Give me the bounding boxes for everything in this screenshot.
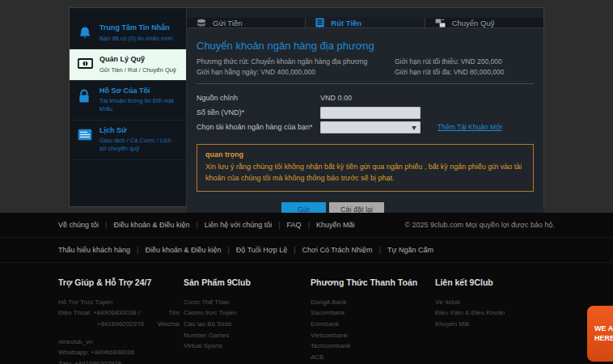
sidebar: Trung Tâm Tin Nhắn Bạn đã có (0) tin nhắ…	[70, 8, 187, 206]
footer-links-row-2: Thấu hiểu khách hàng| Điều khoản & Điều …	[0, 238, 613, 263]
copyright-text: © 2025 9club.com Mọi quyền lợi được bảo …	[404, 221, 555, 229]
tab-label: Gửi Tiền	[213, 19, 242, 28]
bank-account-select[interactable]	[320, 121, 421, 133]
source-balance: VND 0.00	[320, 94, 352, 102]
footer-link-legal-age[interactable]: Độ Tuổi Hợp Lệ	[236, 246, 287, 254]
bank-eximbank: Eximbank	[311, 319, 435, 330]
sidebar-item-sub: Gửi Tiền / Rút / Chuyển Quỹ	[99, 66, 176, 74]
tab-deposit[interactable]: Gửi Tiền	[187, 18, 306, 28]
footer-link-contact[interactable]: Liên hệ với chúng tôi	[205, 221, 272, 229]
amount-row: Số tiền (VND)*	[197, 105, 534, 120]
bank-donga: DongA Bank	[311, 297, 435, 308]
divider	[197, 83, 534, 84]
sidebar-item-label: Trung Tâm Tin Nhắn	[99, 23, 173, 33]
limits-info: Phương thức rút: Chuyển khoản ngân hàng …	[197, 57, 534, 76]
sidebar-item-history[interactable]: Lịch Sử Giao dịch / Cá Cược / Lịch sử ch…	[70, 121, 186, 160]
list-icon	[78, 126, 94, 141]
wechat-label-2: Wechat	[158, 319, 180, 330]
tab-withdraw[interactable]: Rút Tiền	[306, 18, 425, 28]
sidebar-item-my-profile[interactable]: Hồ Sơ Của Tôi Tài khoản thông tin Đổi mậ…	[70, 81, 186, 121]
sidebar-item-label: Hồ Sơ Của Tôi	[99, 87, 180, 96]
product-virtual-sports[interactable]: Virtual Sports	[184, 341, 311, 352]
support-phone-1: Điện Thoại: +84906830038 /	[58, 307, 140, 319]
content-column: Gửi Tiền Rút Tiền Chuyển Quỹ Chuyển khoả…	[187, 8, 543, 206]
withdraw-icon	[315, 18, 324, 28]
bell-icon	[78, 23, 94, 40]
amount-label: Số tiền (VND)*	[197, 108, 320, 116]
support-online: Hỗ Trợ Trực Tuyến	[58, 297, 184, 308]
tab-label: Rút Tiền	[331, 19, 361, 28]
bank-account-label: Chọn tài khoản ngân hàng của bạn*	[197, 123, 320, 131]
withdraw-method-text: Phương thức rút: Chuyển khoản ngân hàng …	[197, 57, 395, 66]
link-promo-9club[interactable]: Khuyến Mãi	[435, 319, 505, 330]
product-sports[interactable]: Cược Thể Thao	[184, 297, 311, 308]
wechat-id: nineclub_vn	[58, 336, 184, 348]
page-title: Chuyển khoản ngân hàng địa phương	[197, 40, 534, 52]
sidebar-item-fund-management[interactable]: Quản Lý Quỹ Gửi Tiền / Rút / Chuyển Quỹ	[70, 49, 186, 81]
sidebar-item-sub: Giao dịch / Cá Cược / Lịch sử chuyển quỹ	[99, 137, 180, 153]
bank-account-row: Chọn tài khoản ngân hàng của bạn* Thêm T…	[197, 120, 534, 134]
wechat-label-1: Tên	[168, 307, 180, 319]
source-row: Nguồn chính VND 0.00	[197, 91, 534, 105]
coins-icon	[197, 19, 206, 28]
links-column-title: Liên kết 9Club	[435, 276, 505, 290]
footer-link-kyc[interactable]: Thấu hiểu khách hàng	[58, 246, 130, 254]
footer-column-support: Trợ Giúp & Hỗ Trợ 24/7 Hỗ Trợ Trực Tuyến…	[58, 276, 184, 364]
footer-link-about[interactable]: Về chúng tôi	[58, 221, 99, 229]
footer-link-terms[interactable]: Điều khoản & Điều kiện	[113, 221, 189, 229]
products-column-title: Sản Phẩm 9Club	[184, 276, 311, 290]
live-chat-badge[interactable]: WE ARE HERE	[587, 306, 613, 362]
max-limit-text: Giới hạn rút tối đa: VND 80,000,000	[395, 68, 534, 76]
add-new-account-link[interactable]: Thêm Tài Khoản Mới	[438, 123, 502, 131]
bank-sacombank: Sacombank	[311, 307, 435, 319]
warning-text: Xin lưu ý rằng chúng tôi không nhận bất …	[205, 162, 525, 184]
footer-link-self-exclusion[interactable]: Tự Ngăn Cấm	[387, 246, 433, 254]
money-icon	[78, 55, 94, 70]
support-whatsapp: Whatsapp: +84966838036	[58, 347, 184, 358]
sidebar-item-sub: Tài khoản thông tin Đổi mật khẩu	[99, 97, 180, 113]
link-about-9club[interactable]: Về 9club	[435, 297, 505, 308]
sidebar-item-label: Lịch Sử	[99, 126, 180, 136]
payments-column-title: Phương Thức Thanh Toán	[311, 276, 435, 290]
lock-icon	[78, 87, 94, 104]
product-slots[interactable]: Câu lạc Bộ Slots	[184, 319, 311, 330]
footer-link-faq[interactable]: FAQ	[287, 221, 302, 229]
withdraw-content: Chuyển khoản ngân hàng địa phương Phương…	[187, 28, 543, 225]
chevron-down-icon	[412, 126, 416, 130]
bank-techcombank: Techcombank	[311, 341, 435, 352]
footer-link-promotions[interactable]: Khuyến Mãi	[316, 221, 355, 229]
link-terms-9club[interactable]: Điều Kiện & Điều Khoản	[435, 307, 505, 319]
warning-title: quan trọng	[205, 150, 525, 161]
footer-column-products: Sản Phẩm 9Club Cược Thể Thao Casino trực…	[184, 276, 311, 364]
top-section: Trung Tâm Tin Nhắn Bạn đã có (0) tin nhắ…	[0, 0, 613, 213]
bank-acb: ACB	[311, 352, 435, 363]
support-column-title: Trợ Giúp & Hỗ Trợ 24/7	[58, 276, 184, 290]
transfer-icon	[435, 19, 446, 28]
funds-panel: Trung Tâm Tin Nhắn Bạn đã có (0) tin nhắ…	[69, 7, 544, 207]
sidebar-item-label: Quản Lý Quỹ	[99, 55, 176, 65]
amount-input[interactable]	[320, 107, 421, 119]
product-casino[interactable]: Casino trực Tuyến	[184, 307, 311, 319]
footer-link-responsible-gaming[interactable]: Chơi Có Trách Nhiệm	[302, 246, 373, 254]
important-warning-box: quan trọng Xin lưu ý rằng chúng tôi khôn…	[197, 144, 534, 192]
source-label: Nguồn chính	[197, 94, 320, 102]
footer-columns: Trợ Giúp & Hỗ Trợ 24/7 Hỗ Trợ Trực Tuyến…	[0, 263, 613, 364]
footer-links-row-1: Về chúng tôi| Điều khoản & Điều kiện| Li…	[0, 213, 613, 238]
min-limit-text: Giới hạn rút tối thiểu: VND 200,000	[395, 57, 534, 66]
tab-label: Chuyển Quỹ	[452, 19, 495, 28]
chat-badge-text: WE ARE HERE	[594, 324, 613, 343]
sidebar-item-message-center[interactable]: Trung Tâm Tin Nhắn Bạn đã có (0) tin nhắ…	[70, 18, 186, 49]
footer-column-payments: Phương Thức Thanh Toán DongA Bank Sacomb…	[311, 276, 435, 364]
support-zalo: Zalo: +841696202978	[58, 358, 184, 364]
footer-column-9club-links: Liên kết 9Club Về 9club Điều Kiện & Điều…	[435, 276, 505, 364]
tab-transfer[interactable]: Chuyển Quỹ	[425, 18, 543, 28]
bank-vietcombank: Vietcombank	[311, 330, 435, 341]
tab-bar: Gửi Tiền Rút Tiền Chuyển Quỹ	[187, 18, 543, 28]
support-phone-2: +841696202978	[97, 319, 144, 330]
footer: Về chúng tôi| Điều khoản & Điều kiện| Li…	[0, 213, 613, 364]
footer-link-terms-2[interactable]: Điều khoản & Điều kiện	[145, 246, 221, 254]
daily-limit-text: Giới hạn hằng ngày: VND 400,000,000	[197, 68, 395, 76]
sidebar-item-sub: Bạn đã có (0) tin nhắn mới!	[99, 35, 173, 43]
product-number-games[interactable]: Number Games	[184, 330, 311, 341]
